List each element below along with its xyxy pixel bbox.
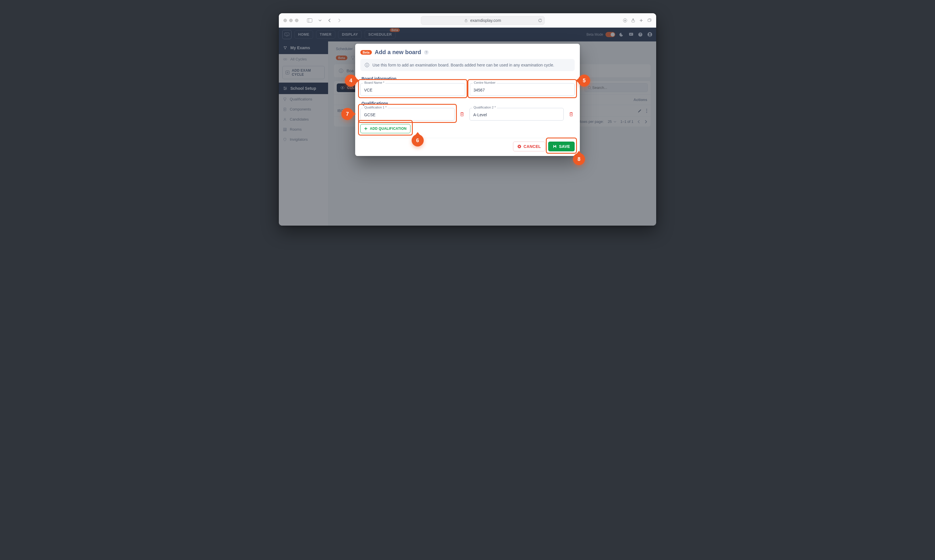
svg-rect-36: [554, 145, 555, 146]
traffic-zoom[interactable]: [295, 19, 298, 22]
board-name-label: Board Name *: [363, 81, 386, 84]
refresh-icon[interactable]: [538, 18, 542, 22]
centre-number-input[interactable]: [470, 83, 575, 96]
add-qualification-label: ADD QUALIFICATION: [370, 127, 407, 131]
mac-window: examdisplay.com HOME TIMER DISPLAY SCHED…: [279, 13, 656, 226]
svg-rect-5: [648, 19, 650, 22]
modal-info: Use this form to add an examination boar…: [360, 59, 575, 71]
traffic-lights: [284, 19, 298, 22]
qualification-2-input[interactable]: [469, 108, 564, 121]
back-icon[interactable]: [326, 18, 333, 23]
chevron-down-icon[interactable]: [317, 18, 323, 23]
share-icon[interactable]: [631, 18, 636, 23]
anno-bubble-4: 4: [345, 75, 357, 87]
modal-beta-pill: Beta: [360, 50, 372, 55]
svg-rect-34: [570, 113, 572, 116]
new-tab-icon[interactable]: [639, 18, 643, 23]
forward-icon[interactable]: [336, 18, 343, 23]
delete-qualification-1-icon[interactable]: [458, 112, 466, 117]
traffic-close[interactable]: [284, 19, 287, 22]
add-board-modal: Beta Add a new board ? Use this form to …: [355, 44, 580, 156]
svg-rect-32: [367, 65, 367, 66]
centre-number-label: Centre Number: [473, 81, 497, 84]
sidebar-toggle-icon[interactable]: [305, 17, 314, 24]
traffic-minimize[interactable]: [289, 19, 293, 22]
modal-title: Add a new board: [375, 49, 421, 55]
tabs-icon[interactable]: [647, 18, 651, 23]
qualification-1-field[interactable]: Qualification 1 *: [360, 108, 455, 121]
app-root: HOME TIMER DISPLAY SCHEDULER Beta Beta M…: [279, 28, 656, 226]
url-domain: examdisplay.com: [470, 18, 501, 23]
save-icon: [553, 145, 557, 148]
svg-rect-2: [465, 20, 467, 22]
browser-chrome: examdisplay.com: [279, 13, 656, 28]
anno-bubble-7: 7: [341, 108, 353, 120]
url-bar[interactable]: examdisplay.com: [421, 16, 545, 25]
modal-help-icon[interactable]: ?: [424, 50, 429, 55]
board-name-input[interactable]: [360, 83, 465, 96]
close-circle-icon: [517, 145, 522, 148]
anno-bubble-5: 5: [578, 75, 590, 87]
svg-point-31: [367, 64, 367, 65]
qualification-1-label: Qualification 1 *: [363, 106, 388, 109]
svg-rect-0: [307, 18, 312, 22]
plus-icon: [364, 127, 367, 130]
section-qualifications: Qualifications: [361, 101, 574, 106]
info-icon: [364, 62, 370, 68]
anno-bubble-8: 8: [573, 153, 585, 165]
save-button[interactable]: SAVE: [548, 142, 575, 151]
browser-right-tools: [623, 18, 651, 23]
qualification-1-input[interactable]: [360, 108, 455, 121]
lock-icon: [464, 19, 468, 22]
svg-rect-33: [461, 113, 463, 116]
board-name-field[interactable]: Board Name *: [360, 83, 465, 96]
qualification-2-field[interactable]: Qualification 2 *: [469, 108, 564, 121]
qualification-2-label: Qualification 2 *: [472, 106, 497, 109]
cancel-label: CANCEL: [524, 144, 541, 149]
save-label: SAVE: [559, 144, 570, 149]
modal-info-text: Use this form to add an examination boar…: [372, 63, 554, 67]
cancel-button[interactable]: CANCEL: [513, 142, 545, 151]
centre-number-field[interactable]: Centre Number: [470, 83, 575, 96]
download-icon[interactable]: [623, 18, 627, 23]
section-board-info: Board information: [361, 76, 574, 81]
svg-rect-37: [554, 147, 555, 148]
add-qualification-button[interactable]: ADD QUALIFICATION: [360, 124, 410, 133]
anno-bubble-6: 6: [412, 134, 424, 146]
delete-qualification-2-icon[interactable]: [568, 112, 575, 117]
